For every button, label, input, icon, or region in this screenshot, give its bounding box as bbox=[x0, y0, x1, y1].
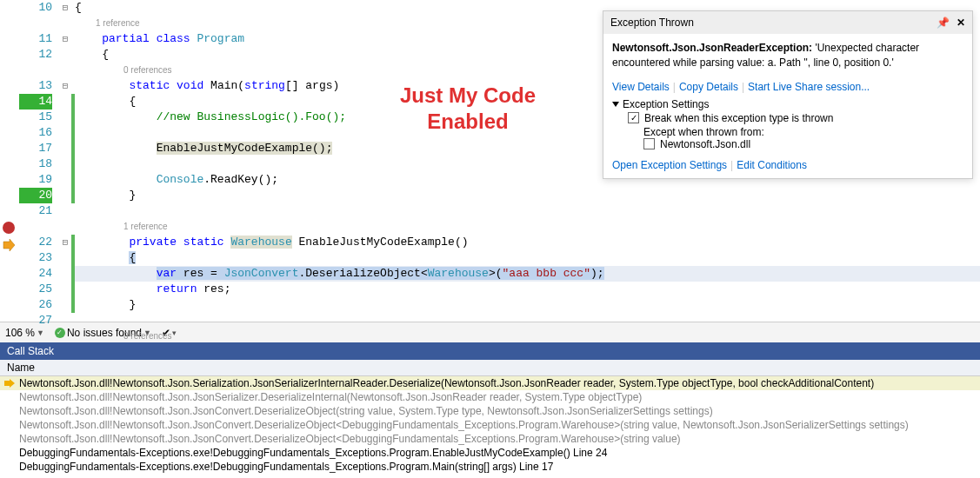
exception-header: Exception Thrown 📌 ✕ bbox=[603, 11, 972, 34]
except-dll-checkbox[interactable] bbox=[643, 138, 655, 149]
codelens[interactable]: 0 references bbox=[75, 329, 980, 344]
except-dll-label: Newtonsoft.Json.dll bbox=[660, 138, 750, 150]
copy-details-link[interactable]: Copy Details bbox=[679, 81, 738, 93]
callstack-row[interactable]: Newtonsoft.Json.dll!Newtonsoft.Json.Json… bbox=[0, 404, 980, 418]
edit-conditions-link[interactable]: Edit Conditions bbox=[737, 159, 807, 171]
callstack-column-header[interactable]: Name bbox=[0, 360, 980, 376]
fold-column[interactable]: ⊟⊟⊟⊟ bbox=[59, 0, 71, 322]
callstack-row[interactable]: DebuggingFundamentals-Exceptions.exe!Deb… bbox=[0, 460, 980, 474]
exception-message: Newtonsoft.Json.JsonReaderException: 'Un… bbox=[603, 34, 972, 77]
current-line: var res = JsonConvert.DeserializeObject<… bbox=[75, 266, 980, 282]
pin-icon[interactable]: 📌 bbox=[937, 17, 950, 29]
exception-arrow-icon bbox=[2, 238, 16, 254]
callstack-panel: Call Stack Name Newtonsoft.Json.dll!Newt… bbox=[0, 342, 980, 478]
svg-marker-1 bbox=[4, 379, 15, 388]
code-editor[interactable]: 10 11 12 13 14 15 16 17 18 19 20 21 22 2… bbox=[0, 0, 980, 322]
exception-settings-expander[interactable]: Exception Settings bbox=[612, 98, 963, 110]
exception-popup: Exception Thrown 📌 ✕ Newtonsoft.Json.Jso… bbox=[603, 10, 973, 179]
callstack-row[interactable]: DebuggingFundamentals-Exceptions.exe!Deb… bbox=[0, 446, 980, 460]
editor-gutter: 10 11 12 13 14 15 16 17 18 19 20 21 22 2… bbox=[0, 0, 59, 322]
open-exception-settings-link[interactable]: Open Exception Settings bbox=[612, 159, 727, 171]
callstack-title: Call Stack bbox=[0, 342, 980, 360]
svg-marker-0 bbox=[3, 239, 15, 251]
view-details-link[interactable]: View Details bbox=[612, 81, 670, 93]
exception-title: Exception Thrown bbox=[610, 17, 694, 29]
callstack-row[interactable]: Newtonsoft.Json.dll!Newtonsoft.Json.Json… bbox=[0, 418, 980, 432]
break-when-thrown-label: Break when this exception type is thrown bbox=[644, 112, 833, 124]
except-when-label: Except when thrown from: bbox=[612, 126, 963, 138]
break-when-thrown-checkbox[interactable] bbox=[628, 112, 639, 123]
overlay-annotation: Just My Code Enabled bbox=[400, 83, 536, 135]
callstack-row[interactable]: Newtonsoft.Json.dll!Newtonsoft.Json.Json… bbox=[0, 432, 980, 446]
callstack-rows[interactable]: Newtonsoft.Json.dll!Newtonsoft.Json.Seri… bbox=[0, 376, 980, 474]
live-share-link[interactable]: Start Live Share session... bbox=[748, 81, 870, 93]
line-numbers: 10 11 12 13 14 15 16 17 18 19 20 21 22 2… bbox=[19, 0, 59, 322]
close-icon[interactable]: ✕ bbox=[957, 17, 965, 29]
callstack-row[interactable]: Newtonsoft.Json.dll!Newtonsoft.Json.Json… bbox=[0, 390, 980, 404]
glyph-margin bbox=[0, 0, 19, 322]
current-frame-arrow-icon bbox=[3, 379, 16, 388]
codelens[interactable]: 1 reference bbox=[75, 219, 980, 235]
callstack-row[interactable]: Newtonsoft.Json.dll!Newtonsoft.Json.Seri… bbox=[0, 376, 980, 390]
breakpoint-icon[interactable] bbox=[3, 222, 15, 234]
